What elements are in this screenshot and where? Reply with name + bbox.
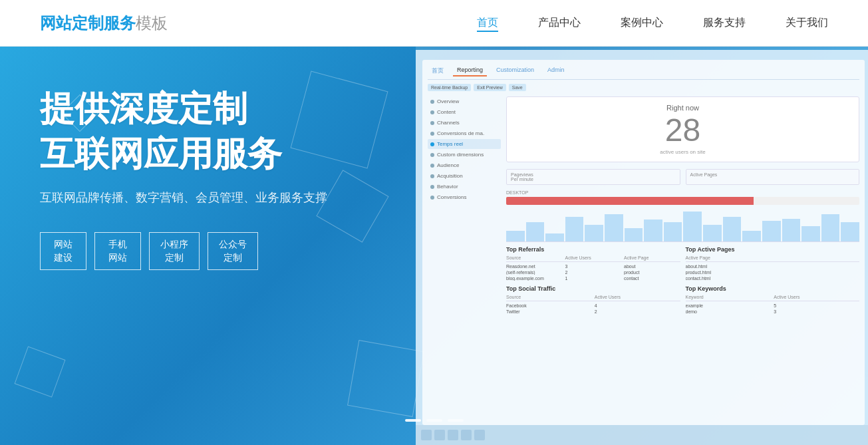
sidebar-conversions: Conversions de ma. bbox=[428, 128, 501, 138]
chart-area bbox=[506, 209, 859, 242]
col-keyword: Keyword bbox=[686, 295, 772, 299]
right-now-sublabel: active users on site bbox=[517, 149, 848, 155]
col-active-page: Active Page bbox=[624, 255, 680, 260]
top-keywords-table: Top Keywords Keyword Active Users exampl… bbox=[686, 285, 860, 315]
right-now-box: Right now 28 active users on site bbox=[506, 96, 859, 162]
taskbar-icon-5 bbox=[474, 430, 485, 440]
nav-item-关于我们[interactable]: 关于我们 bbox=[786, 16, 828, 30]
sidebar-dot-dim bbox=[430, 153, 434, 157]
hero-title: 提供深度定制 互联网应用服务 bbox=[40, 86, 327, 176]
toolbar-save: Save bbox=[509, 84, 526, 91]
hero-tags: 网站 建设手机 网站小程序 定制公众号 定制 bbox=[40, 232, 327, 270]
metrics-row: PageviewsPer minute Active Pages bbox=[506, 169, 859, 185]
pagination-dot-2[interactable] bbox=[426, 419, 442, 422]
top-social-table: Top Social Traffic Source Active Users F… bbox=[506, 285, 680, 315]
chart-bar bbox=[506, 231, 525, 241]
analytics-toolbar: Real-time Backup Exit Preview Save bbox=[428, 84, 859, 91]
chart-bar bbox=[605, 214, 623, 241]
top-referrals-title: Top Referrals bbox=[506, 246, 680, 253]
top-referrals-table: Top Referrals Source Active Users Active… bbox=[506, 246, 680, 281]
table-row: example 5 bbox=[686, 303, 860, 309]
taskbar-icon-2 bbox=[434, 430, 445, 440]
taskbar-icon-3 bbox=[448, 430, 458, 440]
nav-item-首页[interactable]: 首页 bbox=[477, 16, 498, 30]
chart-bar bbox=[664, 222, 682, 241]
cube-4 bbox=[347, 340, 424, 417]
logo[interactable]: 网站定制服务模板 bbox=[40, 13, 168, 34]
metric-active-pages: Active Pages bbox=[686, 169, 860, 185]
hero-title-line1: 提供深度定制 bbox=[40, 86, 327, 132]
taskbar-icon-4 bbox=[461, 430, 472, 440]
top-social-title: Top Social Traffic bbox=[506, 285, 680, 292]
top-keywords-title: Top Keywords bbox=[686, 285, 860, 292]
cube-3 bbox=[15, 347, 66, 398]
chart-bar bbox=[801, 226, 820, 241]
analytics-sidebar: Overview Content Channels Conversions de… bbox=[428, 96, 501, 411]
hero-tag[interactable]: 网站 建设 bbox=[40, 232, 86, 270]
pagination-dot-3[interactable] bbox=[448, 419, 464, 422]
chart-bar bbox=[821, 214, 840, 241]
sidebar-channels: Channels bbox=[428, 118, 501, 128]
sidebar-dot-audience bbox=[430, 164, 434, 168]
social-keywords-row: Top Social Traffic Source Active Users F… bbox=[506, 285, 859, 315]
chart-bar bbox=[565, 217, 584, 241]
pagination-dot-1[interactable] bbox=[405, 419, 421, 422]
sidebar-dot-conv bbox=[430, 132, 434, 136]
chart-bar bbox=[585, 225, 603, 241]
sidebar-audience: Audience bbox=[428, 160, 501, 170]
table-row: Reasdone.net 3 about bbox=[506, 263, 680, 269]
table-row: about.html bbox=[686, 263, 860, 269]
analytics-tabs: 首页 Reporting Customization Admin bbox=[428, 65, 859, 80]
col-active-page2: Active Page bbox=[686, 255, 860, 260]
sidebar-dot-channels bbox=[430, 121, 434, 125]
table-row: Facebook 4 bbox=[506, 303, 680, 309]
top-active-table: Top Active Pages Active Page about.html … bbox=[686, 246, 860, 281]
hero-tag[interactable]: 公众号 定制 bbox=[208, 232, 258, 270]
hero-section: 提供深度定制 互联网应用服务 互联网品牌传播、数字营销、会员管理、业务服务支撑 … bbox=[0, 47, 868, 445]
sidebar-dot-beh bbox=[430, 185, 434, 189]
desktop-bar bbox=[506, 197, 754, 205]
hero-subtitle: 互联网品牌传播、数字营销、会员管理、业务服务支撑 bbox=[40, 190, 327, 206]
toolbar-backup: Real-time Backup bbox=[428, 84, 471, 91]
metric-pageviews: PageviewsPer minute bbox=[506, 169, 680, 185]
hero-screenshot: 首页 Reporting Customization Admin Real-ti… bbox=[416, 47, 868, 445]
sidebar-dot-conv2 bbox=[430, 196, 434, 200]
col-social-users: Active Users bbox=[595, 295, 680, 299]
top-keywords-header: Keyword Active Users bbox=[686, 295, 860, 301]
col-active-users: Active Users bbox=[565, 255, 622, 260]
chart-bar bbox=[723, 217, 742, 241]
col-source: Source bbox=[506, 255, 563, 260]
sidebar-acquisition: Acquisition bbox=[428, 171, 501, 181]
hero-tag[interactable]: 手机 网站 bbox=[94, 232, 141, 270]
sidebar-content: Content bbox=[428, 107, 501, 117]
chart-bar bbox=[841, 222, 859, 241]
chart-bar bbox=[742, 231, 761, 241]
nav-item-产品中心[interactable]: 产品中心 bbox=[538, 16, 581, 30]
col-social-source: Source bbox=[506, 295, 592, 299]
analytics-tab-admin: Admin bbox=[543, 65, 569, 76]
pagination-dots bbox=[405, 419, 464, 422]
table-row: blog.example.com 1 contact bbox=[506, 275, 680, 281]
chart-bar bbox=[782, 219, 801, 241]
toolbar-preview: Exit Preview bbox=[474, 84, 506, 91]
table-row: (self-referrals) 2 product bbox=[506, 269, 680, 275]
sidebar-temps-reel: Temps reel bbox=[428, 139, 501, 149]
nav-item-案例中心[interactable]: 案例中心 bbox=[621, 16, 663, 30]
analytics-main: Right now 28 active users on site Pagevi… bbox=[506, 96, 859, 411]
top-referrals-header: Source Active Users Active Page bbox=[506, 255, 680, 262]
analytics-tab-customization: Customization bbox=[492, 65, 538, 76]
chart-bar bbox=[762, 221, 781, 241]
sidebar-behavior: Behavior bbox=[428, 182, 501, 192]
site-header: 网站定制服务模板 首页产品中心案例中心服务支持关于我们 bbox=[0, 0, 868, 47]
analytics-body: Overview Content Channels Conversions de… bbox=[428, 96, 859, 411]
sidebar-overview: Overview bbox=[428, 96, 501, 106]
hero-tag[interactable]: 小程序 定制 bbox=[149, 232, 200, 270]
table-row: product.html bbox=[686, 269, 860, 275]
chart-bar bbox=[683, 212, 702, 241]
tables-row: Top Referrals Source Active Users Active… bbox=[506, 246, 859, 281]
table-row: demo 3 bbox=[686, 309, 860, 315]
chart-bar bbox=[545, 233, 564, 241]
nav-item-服务支持[interactable]: 服务支持 bbox=[703, 16, 746, 30]
main-nav: 首页产品中心案例中心服务支持关于我们 bbox=[477, 16, 828, 30]
right-now-number: 28 bbox=[517, 114, 848, 146]
